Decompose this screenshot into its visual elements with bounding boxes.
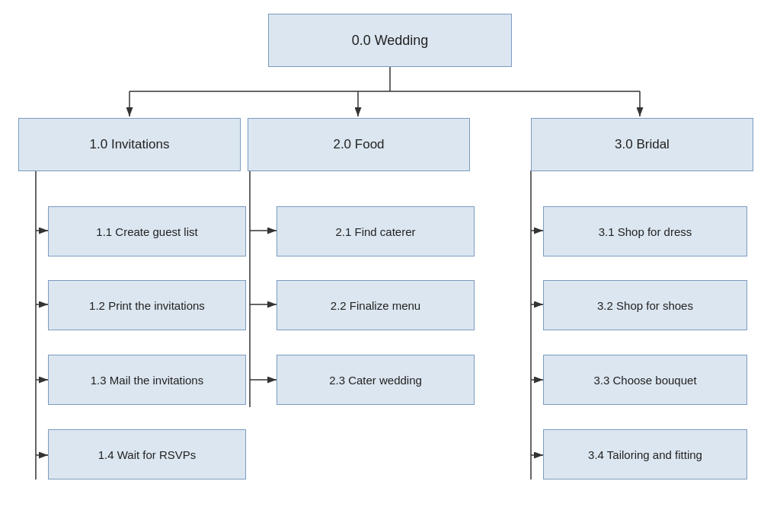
node-32: 3.2 Shop for shoes (543, 280, 747, 330)
node-14: 1.4 Wait for RSVPs (48, 429, 246, 479)
node-33: 3.3 Choose bouquet (543, 355, 747, 405)
wbs-diagram: 0.0 Wedding 1.0 Invitations 2.0 Food 3.0… (0, 0, 780, 532)
node-22: 2.2 Finalize menu (277, 280, 475, 330)
node-2: 2.0 Food (248, 118, 470, 171)
node-1: 1.0 Invitations (18, 118, 241, 171)
node-34: 3.4 Tailoring and fitting (543, 429, 747, 479)
node-13: 1.3 Mail the invitations (48, 355, 246, 405)
node-11: 1.1 Create guest list (48, 206, 246, 256)
node-21: 2.1 Find caterer (277, 206, 475, 256)
node-31: 3.1 Shop for dress (543, 206, 747, 256)
node-23: 2.3 Cater wedding (277, 355, 475, 405)
node-3: 3.0 Bridal (531, 118, 753, 171)
node-root: 0.0 Wedding (268, 14, 512, 67)
node-12: 1.2 Print the invitations (48, 280, 246, 330)
